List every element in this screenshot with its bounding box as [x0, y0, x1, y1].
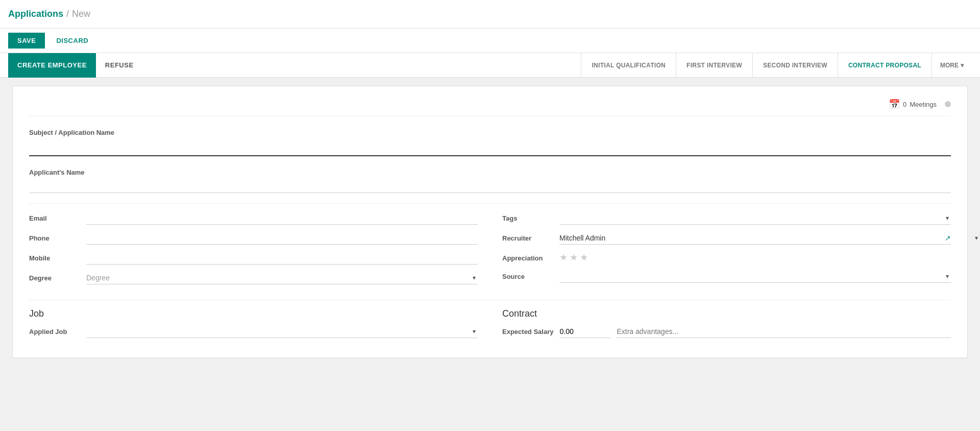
- phone-label: Phone: [29, 234, 80, 242]
- job-section-title: Job: [29, 308, 478, 319]
- stage-second-interview[interactable]: SECOND INTERVIEW: [752, 53, 838, 78]
- form-card: 📅 0 Meetings Subject / Application Name …: [12, 86, 968, 358]
- star-1[interactable]: ★: [559, 252, 568, 263]
- top-nav: Applications / New: [0, 0, 980, 29]
- bottom-sections: Job Applied Job ▾ Contract Exp: [29, 308, 951, 345]
- stage-steps: INITIAL QUALIFICATION FIRST INTERVIEW SE…: [581, 53, 972, 78]
- job-section: Job Applied Job ▾: [29, 308, 478, 345]
- action-bar: SAVE DISCARD: [0, 29, 980, 53]
- mobile-label: Mobile: [29, 254, 80, 262]
- status-indicator: [945, 101, 951, 107]
- mobile-input[interactable]: [86, 252, 478, 265]
- main-content: 📅 0 Meetings Subject / Application Name …: [0, 78, 980, 427]
- email-field-row: Email: [29, 212, 478, 225]
- save-button[interactable]: SAVE: [8, 33, 45, 49]
- stage-contract-proposal[interactable]: CONTRACT PROPOSAL: [838, 53, 932, 78]
- appreciation-label: Appreciation: [502, 254, 553, 262]
- email-input[interactable]: [86, 212, 478, 225]
- expected-salary-field-row: Expected Salary: [502, 325, 951, 338]
- tags-label: Tags: [502, 214, 553, 222]
- stage-actions: CREATE EMPLOYEE REFUSE: [8, 53, 143, 78]
- stage-first-interview[interactable]: FIRST INTERVIEW: [676, 53, 752, 78]
- star-2[interactable]: ★: [570, 252, 578, 263]
- contract-section-title: Contract: [502, 308, 951, 319]
- salary-value-input[interactable]: [559, 325, 610, 338]
- stage-bar: CREATE EMPLOYEE REFUSE INITIAL QUALIFICA…: [0, 53, 980, 78]
- applied-job-label: Applied Job: [29, 328, 80, 336]
- salary-inputs: [559, 325, 951, 338]
- form-details: Email Phone Mobile Degree: [29, 212, 951, 292]
- section-divider: [29, 203, 951, 204]
- phone-field-row: Phone: [29, 232, 478, 245]
- chevron-down-icon: ▾: [961, 62, 964, 69]
- recruiter-input[interactable]: [559, 232, 943, 244]
- meetings-button[interactable]: 📅 0 Meetings: [889, 99, 937, 110]
- tags-field-row: Tags ▾: [502, 212, 951, 225]
- subject-section: Subject / Application Name: [29, 129, 951, 156]
- stage-initial-qualification[interactable]: INITIAL QUALIFICATION: [581, 53, 676, 78]
- breadcrumb-parent[interactable]: Applications: [8, 9, 63, 19]
- source-select-wrapper: ▾: [559, 270, 951, 283]
- refuse-button[interactable]: REFUSE: [96, 53, 143, 78]
- form-col-left: Email Phone Mobile Degree: [29, 212, 478, 292]
- expected-salary-label: Expected Salary: [502, 328, 553, 336]
- subject-label: Subject / Application Name: [29, 129, 951, 136]
- stage-more[interactable]: MORE ▾: [932, 53, 972, 78]
- contract-section: Contract Expected Salary: [502, 308, 951, 345]
- meetings-count: 0: [903, 101, 906, 108]
- source-field-row: Source ▾: [502, 270, 951, 283]
- recruiter-chevron-icon: ▾: [975, 234, 978, 242]
- recruiter-wrapper: ▾ ↗: [559, 232, 951, 245]
- appreciation-stars: ★ ★ ★: [559, 252, 588, 263]
- recruiter-field-row: Recruiter ▾ ↗: [502, 232, 951, 245]
- degree-label: Degree: [29, 274, 80, 282]
- tags-select[interactable]: [559, 212, 951, 224]
- applicant-name-input[interactable]: [29, 178, 951, 193]
- create-employee-button[interactable]: CREATE EMPLOYEE: [8, 53, 96, 78]
- email-label: Email: [29, 214, 80, 222]
- star-3[interactable]: ★: [580, 252, 588, 263]
- applied-job-select[interactable]: [86, 325, 478, 338]
- appreciation-field-row: Appreciation ★ ★ ★: [502, 252, 951, 263]
- mobile-field-row: Mobile: [29, 252, 478, 265]
- discard-button[interactable]: DISCARD: [49, 33, 95, 49]
- card-header: 📅 0 Meetings: [29, 99, 951, 116]
- tags-select-wrapper: ▾: [559, 212, 951, 225]
- source-label: Source: [502, 273, 553, 280]
- form-col-right: Tags ▾ Recruiter ▾ ↗: [502, 212, 951, 292]
- applicant-section: Applicant's Name: [29, 169, 951, 193]
- degree-select[interactable]: Degree Graduate Bachelor Master Doctor O…: [86, 272, 478, 284]
- breadcrumb-separator: /: [66, 9, 69, 19]
- sections-divider-2: [29, 300, 951, 300]
- applicant-name-label: Applicant's Name: [29, 169, 951, 176]
- degree-field-row: Degree Degree Graduate Bachelor Master D…: [29, 272, 478, 284]
- degree-select-wrapper: Degree Graduate Bachelor Master Doctor O…: [86, 272, 478, 284]
- recruiter-label: Recruiter: [502, 234, 553, 242]
- breadcrumb-current: New: [72, 9, 90, 19]
- applied-job-select-wrapper: ▾: [86, 325, 478, 338]
- phone-input[interactable]: [86, 232, 478, 245]
- calendar-icon: 📅: [889, 99, 900, 110]
- meetings-label: Meetings: [910, 101, 937, 108]
- subject-input[interactable]: [29, 138, 951, 156]
- recruiter-external-link[interactable]: ↗: [945, 234, 951, 242]
- source-select[interactable]: [559, 270, 951, 282]
- applied-job-field-row: Applied Job ▾: [29, 325, 478, 338]
- extra-advantages-input[interactable]: [617, 325, 951, 338]
